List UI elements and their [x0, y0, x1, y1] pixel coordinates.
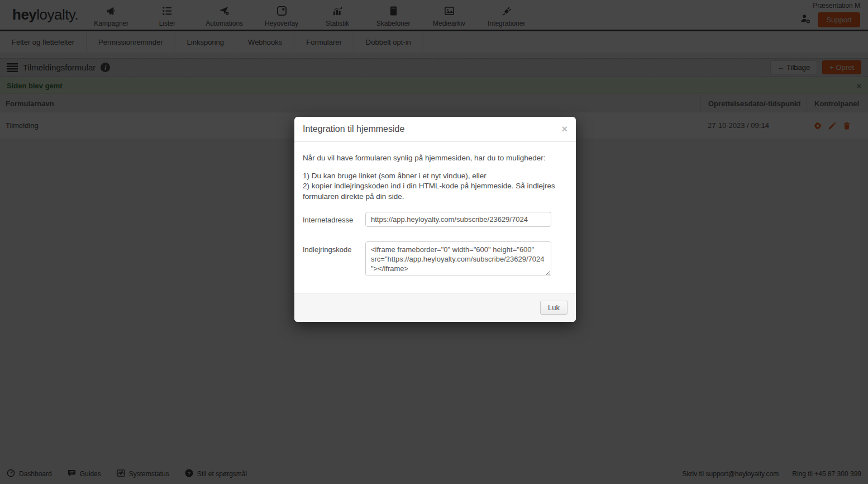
embed-form-row: Indlejringskode <iframe frameborder="0" … — [303, 241, 567, 276]
modal-header: Integration til hjemmeside × — [294, 117, 576, 142]
modal-title: Integration til hjemmeside — [303, 124, 404, 134]
modal-option1-text: 1) Du kan bruge linket (som åbner i et n… — [303, 171, 567, 181]
modal-footer: Luk — [294, 293, 576, 322]
embed-code-textarea[interactable]: <iframe frameborder="0" width="600" heig… — [365, 241, 551, 276]
modal-body: Når du vil have formularen synlig på hje… — [294, 142, 576, 293]
url-input[interactable] — [365, 212, 551, 227]
modal-option2-text: 2) kopier indlejringskoden ind i din HTM… — [303, 181, 567, 201]
integration-modal: Integration til hjemmeside × Når du vil … — [294, 117, 576, 322]
url-field-label: Internetadresse — [303, 212, 365, 227]
embed-field-label: Indlejringskode — [303, 241, 365, 276]
modal-close-icon[interactable]: × — [561, 124, 567, 134]
modal-intro-text: Når du vil have formularen synlig på hje… — [303, 153, 567, 163]
modal-options: 1) Du kan bruge linket (som åbner i et n… — [303, 171, 567, 202]
close-modal-button[interactable]: Luk — [540, 301, 567, 315]
url-form-row: Internetadresse — [303, 212, 567, 227]
app-root: heyloyalty. Kampagner Lister Automations… — [0, 0, 868, 484]
